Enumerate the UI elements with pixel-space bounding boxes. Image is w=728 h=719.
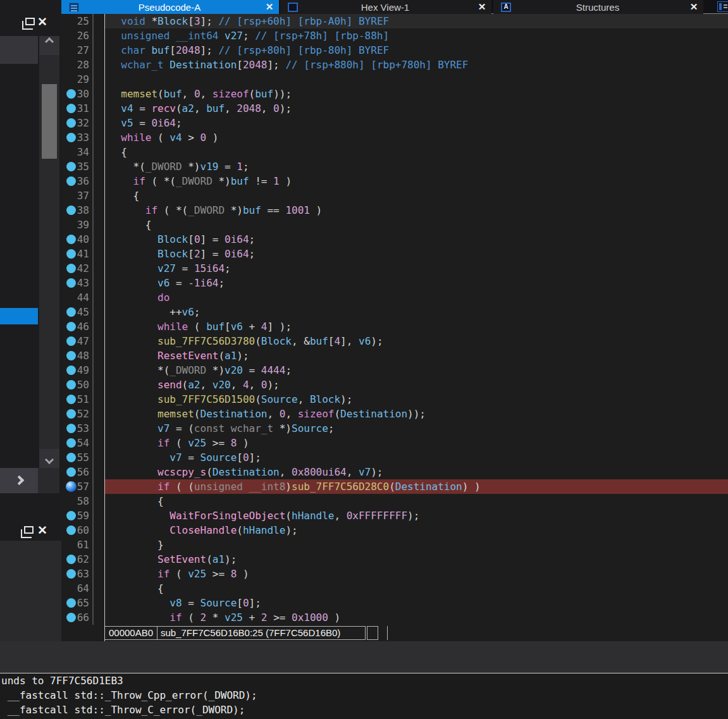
line-number[interactable]: 58	[61, 494, 89, 508]
line-number[interactable]: 27	[61, 43, 89, 58]
line-number[interactable]: 47	[61, 334, 89, 348]
line-number[interactable]: 40	[61, 232, 89, 247]
close-pane-icon-bottom[interactable]: ✕	[37, 524, 47, 536]
expand-button[interactable]	[0, 468, 38, 493]
line-number[interactable]: 41	[61, 247, 89, 261]
code-line[interactable]: 60 CloseHandle(hHandle);	[61, 523, 728, 538]
code-line[interactable]: 53 v7 = (const wchar_t *)Source;	[61, 421, 728, 436]
tab-pseudocode-a[interactable]: Pseudocode-A ✕	[61, 0, 279, 14]
line-number[interactable]: 63	[61, 567, 89, 581]
code-line[interactable]: 43 v6 = -1i64;	[61, 276, 728, 290]
code-line[interactable]: 32 v5 = 0i64;	[61, 116, 728, 130]
code-line[interactable]: 34 {	[61, 145, 728, 159]
line-number[interactable]: 49	[61, 363, 89, 378]
line-number[interactable]: 38	[61, 203, 89, 218]
line-number[interactable]: 37	[61, 188, 89, 203]
line-number[interactable]: 45	[61, 305, 89, 319]
code-line[interactable]: 44 do	[61, 290, 728, 305]
code-line[interactable]: 58 {	[61, 494, 728, 508]
code-line[interactable]: 57 if ( (unsigned __int8)sub_7FF7C56D28C…	[61, 479, 728, 494]
code-line[interactable]: 30 memset(buf, 0, sizeof(buf));	[61, 87, 728, 101]
tab-close-icon[interactable]: ✕	[472, 1, 491, 13]
code-line[interactable]: 48 ResetEvent(a1);	[61, 348, 728, 363]
line-number[interactable]: 32	[61, 116, 89, 130]
line-number[interactable]: 56	[61, 465, 89, 479]
line-number[interactable]: 33	[61, 130, 89, 145]
code-line[interactable]: 28 wchar_t Destination[2048]; // [rsp+88…	[61, 58, 728, 72]
line-number[interactable]: 31	[61, 101, 89, 116]
code-line[interactable]: 62 SetEvent(a1);	[61, 552, 728, 567]
line-number[interactable]: 61	[61, 538, 89, 552]
code-line[interactable]: 54 if ( v25 >= 8 )	[61, 436, 728, 450]
code-line[interactable]: 66 if ( 2 * v25 + 2 >= 0x1000 )	[61, 610, 728, 625]
line-number[interactable]: 35	[61, 159, 89, 174]
scroll-up-button[interactable]	[39, 36, 59, 55]
code-line[interactable]: 50 send(a2, v20, 4, 0);	[61, 378, 728, 392]
code-line[interactable]: 59 WaitForSingleObject(hHandle, 0xFFFFFF…	[61, 508, 728, 523]
tab-close-icon[interactable]: ✕	[260, 1, 279, 13]
pseudocode-view[interactable]: 25 void *Block[3]; // [rsp+60h] [rbp-A0h…	[61, 14, 728, 625]
code-line[interactable]: 41 Block[2] = 0i64;	[61, 247, 728, 261]
code-line[interactable]: 56 wcscpy_s(Destination, 0x800ui64, v7);	[61, 465, 728, 479]
line-number[interactable]: 42	[61, 261, 89, 276]
line-number[interactable]: 59	[61, 508, 89, 523]
code-line[interactable]: 64 {	[61, 581, 728, 596]
tab-hex-view-1[interactable]: Hex View-1 ✕	[280, 0, 491, 14]
line-number[interactable]: 29	[61, 72, 89, 87]
code-line[interactable]: 45 ++v6;	[61, 305, 728, 319]
close-pane-icon[interactable]: ✕	[37, 16, 47, 28]
code-line[interactable]: 35 *(_DWORD *)v19 = 1;	[61, 159, 728, 174]
line-number[interactable]: 65	[61, 596, 89, 610]
code-line[interactable]: 39 {	[61, 218, 728, 232]
selected-list-item[interactable]	[0, 308, 38, 324]
line-number[interactable]: 48	[61, 348, 89, 363]
code-line[interactable]: 38 if ( *(_DWORD *)buf == 1001 )	[61, 203, 728, 218]
line-number[interactable]: 55	[61, 450, 89, 465]
line-number[interactable]: 43	[61, 276, 89, 290]
output-window[interactable]: unds to 7FF7C56D1EB3 __fastcall std::_Th…	[0, 673, 728, 719]
scroll-down-button[interactable]	[39, 449, 59, 468]
code-line[interactable]: 49 *(_DWORD *)v20 = 4444;	[61, 363, 728, 378]
line-number[interactable]: 52	[61, 407, 89, 421]
code-line[interactable]: 46 while ( buf[v6 + 4] );	[61, 319, 728, 334]
line-number[interactable]: 36	[61, 174, 89, 188]
code-line[interactable]: 65 v8 = Source[0];	[61, 596, 728, 610]
code-line[interactable]: 40 Block[0] = 0i64;	[61, 232, 728, 247]
tab-close-icon[interactable]: ✕	[684, 1, 703, 13]
float-window-icon[interactable]	[25, 18, 35, 25]
line-number[interactable]: 62	[61, 552, 89, 567]
line-number[interactable]: 66	[61, 610, 89, 625]
code-line[interactable]: 51 sub_7FF7C56D1500(Source, Block);	[61, 392, 728, 407]
line-number[interactable]: 51	[61, 392, 89, 407]
code-line[interactable]: 42 v27 = 15i64;	[61, 261, 728, 276]
line-number[interactable]: 26	[61, 28, 89, 43]
line-number[interactable]: 25	[61, 14, 89, 28]
code-line[interactable]: 26 unsigned __int64 v27; // [rsp+78h] [r…	[61, 28, 728, 43]
line-number[interactable]: 28	[61, 58, 89, 72]
code-line[interactable]: 31 v4 = recv(a2, buf, 2048, 0);	[61, 101, 728, 116]
code-line[interactable]: 37 {	[61, 188, 728, 203]
line-number[interactable]: 50	[61, 378, 89, 392]
code-line[interactable]: 33 while ( v4 > 0 )	[61, 130, 728, 145]
line-number[interactable]: 34	[61, 145, 89, 159]
code-line[interactable]: 52 memset(Destination, 0, sizeof(Destina…	[61, 407, 728, 421]
code-line[interactable]: 25 void *Block[3]; // [rsp+60h] [rbp-A0h…	[61, 14, 728, 28]
line-number[interactable]: 54	[61, 436, 89, 450]
code-line[interactable]: 47 sub_7FF7C56D3780(Block, &buf[4], v6);	[61, 334, 728, 348]
code-line[interactable]: 63 if ( v25 >= 8 )	[61, 567, 728, 581]
line-number[interactable]: 44	[61, 290, 89, 305]
next-tab-fragment-icon[interactable]	[717, 1, 728, 12]
code-line[interactable]: 55 v7 = Source[0];	[61, 450, 728, 465]
line-number[interactable]: 60	[61, 523, 89, 538]
line-number[interactable]: 64	[61, 581, 89, 596]
code-line[interactable]: 61 }	[61, 538, 728, 552]
tab-structures[interactable]: A Structures ✕	[493, 0, 703, 14]
line-number[interactable]: 57	[61, 479, 89, 494]
scrollbar-thumb[interactable]	[42, 84, 57, 159]
line-number[interactable]: 30	[61, 87, 89, 101]
float-window-icon-bottom[interactable]	[24, 526, 34, 534]
code-line[interactable]: 27 char buf[2048]; // [rsp+80h] [rbp-80h…	[61, 43, 728, 58]
code-line[interactable]: 29	[61, 72, 728, 87]
code-line[interactable]: 36 if ( *(_DWORD *)buf != 1 )	[61, 174, 728, 188]
line-number[interactable]: 53	[61, 421, 89, 436]
